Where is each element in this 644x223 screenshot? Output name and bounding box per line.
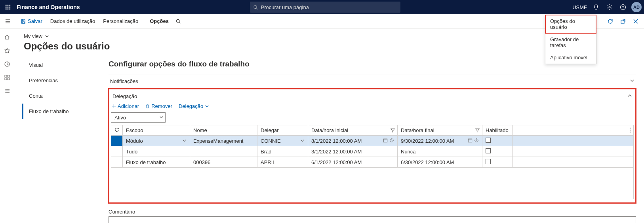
refresh-button[interactable] [605, 16, 615, 26]
cell-scope[interactable]: Fluxo de trabalho [123, 157, 190, 168]
cell-end[interactable]: 6/30/2022 12:00:00 AM [398, 157, 482, 168]
checkbox[interactable] [486, 159, 491, 164]
user-avatar[interactable]: AD [631, 2, 642, 12]
cell-start[interactable]: 8/1/2022 12:00:00 AM [308, 136, 398, 146]
menu-item-mobile-app[interactable]: Aplicativo móvel [545, 51, 596, 64]
cell-scope[interactable]: Tudo [123, 146, 190, 157]
global-header: Finance and Operations Procurar uma pági… [0, 0, 644, 14]
data-usage-tab[interactable]: Dados de utilização [46, 14, 99, 28]
comment-input[interactable] [109, 216, 636, 223]
divider [144, 17, 144, 25]
add-button[interactable]: Adicionar [112, 103, 139, 109]
col-start[interactable]: Data/hora inicial [308, 125, 398, 136]
menu-item-user-options[interactable]: Opções do usuário [545, 15, 596, 33]
sidenav-visual[interactable]: Visual [22, 57, 101, 73]
chevron-down-icon [159, 115, 164, 121]
col-end[interactable]: Data/hora final [398, 125, 482, 136]
cell-pad [513, 136, 634, 146]
delegation-grid: Escopo Nome Delegar Data/hora inicial Da… [111, 125, 634, 199]
refresh-column-button[interactable] [111, 125, 123, 136]
settings-side-nav: Visual Preferências Conta Fluxo de traba… [22, 57, 101, 223]
checkbox[interactable] [486, 138, 491, 143]
table-row[interactable]: Fluxo de trabalho000396APRIL6/1/2022 12:… [111, 157, 634, 168]
menu-item-task-recorder[interactable]: Gravador de tarefas [545, 33, 596, 51]
col-delegate[interactable]: Delegar [257, 125, 308, 136]
chevron-down-icon [630, 78, 634, 84]
delegation-header[interactable]: Delegação [111, 90, 634, 102]
cell-name[interactable] [190, 146, 257, 157]
delegation-dropdown[interactable]: Delegação [179, 103, 209, 109]
col-enabled[interactable]: Habilitado [482, 125, 513, 136]
cell-start[interactable]: 6/1/2022 12:00:00 AM [308, 157, 398, 168]
company-picker[interactable]: USMF [570, 4, 589, 10]
sidenav-account[interactable]: Conta [22, 88, 101, 104]
delegation-section: Delegação Adicionar Remover [109, 89, 636, 203]
checkbox[interactable] [486, 148, 491, 153]
nav-recent-icon[interactable] [3, 60, 11, 68]
clock-icon[interactable] [389, 138, 394, 143]
cell-end[interactable]: Nunca [398, 146, 482, 157]
popout-button[interactable] [618, 16, 628, 26]
cell-delegate[interactable]: CONNIE [257, 136, 308, 146]
cell-name[interactable]: ExpenseManagement [190, 136, 257, 146]
cell-enabled[interactable] [482, 136, 513, 146]
calendar-icon[interactable] [468, 138, 473, 143]
filter-icon[interactable] [391, 128, 395, 134]
nav-modules-icon[interactable] [3, 87, 11, 95]
col-overflow[interactable] [513, 125, 634, 136]
nav-workspaces-icon[interactable] [3, 74, 11, 81]
col-scope[interactable]: Escopo [123, 125, 190, 136]
sidenav-workflow[interactable]: Fluxo de trabalho [22, 104, 101, 119]
cell-delegate[interactable]: Brad [257, 146, 308, 157]
close-button[interactable] [631, 16, 641, 26]
notifications-button[interactable] [589, 0, 603, 14]
help-button[interactable] [616, 0, 630, 14]
nav-favorites-icon[interactable] [3, 47, 11, 55]
nav-menu-toggle[interactable] [3, 17, 13, 26]
cell-scope[interactable]: Módulo [123, 136, 190, 146]
settings-menu: Opções do usuário Gravador de tarefas Ap… [545, 15, 596, 64]
sidenav-preferences[interactable]: Preferências [22, 73, 101, 88]
cell-name[interactable]: 000396 [190, 157, 257, 168]
clock-icon[interactable] [474, 138, 479, 143]
cell-start[interactable]: 3/1/2022 12:00:00 AM [308, 146, 398, 157]
cell-pad [513, 157, 634, 168]
chevron-down-icon[interactable] [300, 138, 305, 144]
page-title: Opções do usuário [24, 41, 636, 52]
table-row[interactable]: TudoBrad3/1/2022 12:00:00 AMNunca [111, 146, 634, 157]
chevron-down-icon [205, 104, 209, 108]
app-launcher-icon[interactable] [2, 2, 13, 13]
row-selector[interactable] [111, 146, 123, 157]
save-button[interactable]: Salvar [17, 14, 46, 28]
notifications-header[interactable]: Notificações [109, 74, 636, 88]
trash-icon [145, 104, 150, 108]
remove-button[interactable]: Remover [145, 103, 172, 109]
options-tab[interactable]: Opções [146, 14, 173, 28]
cell-enabled[interactable] [482, 146, 513, 157]
row-selector[interactable] [111, 136, 123, 146]
cell-end[interactable]: 9/30/2022 12:00:00 AM [398, 136, 482, 146]
filter-icon[interactable] [475, 128, 480, 134]
personalize-tab[interactable]: Personalização [99, 14, 142, 28]
notifications-accordion: Notificações [109, 74, 636, 89]
search-icon [253, 5, 258, 10]
chevron-down-icon[interactable] [182, 138, 187, 144]
save-icon [21, 19, 26, 24]
table-row[interactable]: MóduloExpenseManagementCONNIE8/1/2022 12… [111, 136, 634, 146]
settings-button[interactable] [603, 0, 616, 14]
cell-pad [513, 146, 634, 157]
cell-delegate[interactable]: APRIL [257, 157, 308, 168]
global-search[interactable]: Procurar uma página [250, 2, 400, 13]
find-button[interactable] [173, 19, 184, 24]
more-icon[interactable] [629, 127, 631, 134]
view-picker[interactable]: My view [24, 33, 636, 39]
search-icon [175, 19, 181, 24]
status-filter-select[interactable]: Ativo [111, 112, 166, 123]
cell-enabled[interactable] [482, 157, 513, 168]
chevron-down-icon [45, 34, 49, 38]
plus-icon [112, 104, 116, 108]
calendar-icon[interactable] [383, 138, 388, 143]
nav-home-icon[interactable] [3, 33, 11, 41]
col-name[interactable]: Nome [190, 125, 257, 136]
row-selector[interactable] [111, 157, 123, 168]
